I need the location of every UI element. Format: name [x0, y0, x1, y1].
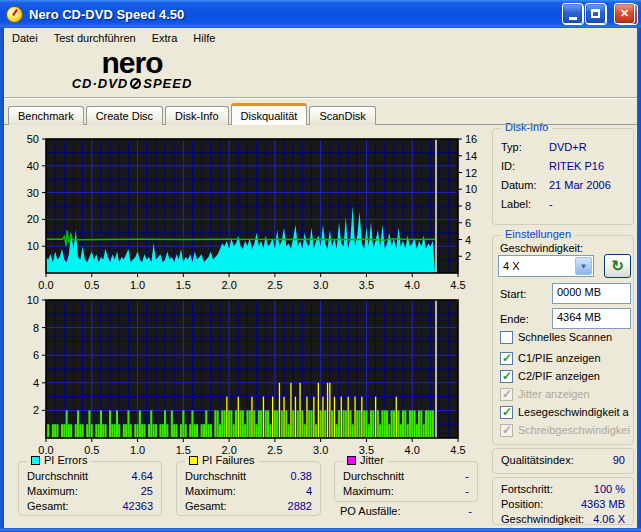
refresh-button[interactable]: ↻ — [604, 254, 631, 278]
speed-select[interactable]: 4 X ▼ — [498, 255, 594, 277]
app-window: Nero CD-DVD Speed 4.50 ✕ DateiTest durch… — [0, 0, 641, 532]
checkbox-jitter-anzeigen[interactable]: Jitter anzeigen — [500, 387, 632, 401]
svg-text:2.5: 2.5 — [267, 444, 282, 456]
svg-text:4: 4 — [465, 234, 471, 246]
svg-text:3.5: 3.5 — [359, 279, 374, 291]
svg-text:2: 2 — [33, 404, 39, 416]
header-separator — [4, 97, 637, 99]
svg-text:0.0: 0.0 — [38, 279, 53, 291]
stats-label: Durchschnitt — [27, 470, 88, 485]
stats-label: Gesamt: — [185, 500, 227, 515]
menu-bar: DateiTest durchführenExtraHilfe — [4, 28, 637, 48]
checkbox-box — [500, 424, 513, 437]
svg-text:12: 12 — [465, 167, 477, 179]
checkbox-label: C1/PIE anzeigen — [518, 352, 601, 364]
menu-item-extra[interactable]: Extra — [144, 30, 186, 46]
scan-end-input[interactable]: 4364 MB — [552, 308, 631, 329]
window-border-right — [637, 28, 641, 532]
chevron-down-icon[interactable]: ▼ — [575, 257, 592, 275]
legend-swatch-icon — [347, 456, 356, 465]
tab-scandisk[interactable]: ScanDisk — [309, 106, 375, 125]
disk-info-row: Datum:21 Mar 2006 — [501, 179, 625, 194]
checkbox-box[interactable] — [500, 406, 513, 419]
menu-item-datei[interactable]: Datei — [4, 30, 46, 46]
tab-diskqualit-t[interactable]: Diskqualität — [231, 103, 308, 125]
menu-item-hilfe[interactable]: Hilfe — [185, 30, 223, 46]
stats-label: Durchschnitt — [185, 470, 246, 485]
close-button[interactable]: ✕ — [614, 3, 635, 24]
logo-cddvd-text: CD·DVD — [72, 76, 129, 91]
progress-row: Position:4363 MB — [501, 498, 625, 513]
stats-row: Durchschnitt4.64 — [27, 470, 153, 485]
checkbox-box[interactable] — [500, 370, 513, 383]
svg-text:6: 6 — [33, 349, 39, 361]
checkbox-box[interactable] — [500, 331, 513, 344]
svg-text:1.5: 1.5 — [176, 444, 191, 456]
svg-text:2.5: 2.5 — [267, 279, 282, 291]
maximize-button[interactable] — [585, 3, 606, 24]
disk-info-row: ID:RITEK P16 — [501, 160, 625, 175]
close-icon: ✕ — [620, 7, 629, 20]
stats-row: Maximum:- — [343, 485, 469, 500]
stats-value: 25 — [141, 485, 153, 500]
checkbox-box[interactable] — [500, 352, 513, 365]
disk-info-box: Disk-Info Typ:DVD+RID:RITEK P16Datum:21 … — [492, 128, 634, 225]
svg-text:20: 20 — [27, 213, 39, 225]
svg-text:40: 40 — [27, 160, 39, 172]
scan-start-input[interactable]: 0000 MB — [552, 283, 631, 304]
minimize-icon — [569, 17, 577, 20]
checkbox-lesegeschwindigkeit-a[interactable]: Lesegeschwindigkeit a — [500, 405, 632, 419]
stats-value: 2882 — [288, 500, 312, 515]
po-failures-value: - — [468, 505, 472, 517]
disk-info-label: Datum: — [501, 179, 536, 194]
quality-index-box: Qualitätsindex: 90 — [492, 448, 634, 474]
progress-label: Fortschritt: — [501, 483, 553, 498]
disk-info-title: Disk-Info — [501, 121, 552, 133]
progress-row: Geschwindigkeit:4.06 X — [501, 513, 625, 528]
checkbox-c1-pie-anzeigen[interactable]: C1/PIE anzeigen — [500, 351, 632, 365]
stats-box-pi-errors: PI ErrorsDurchschnitt4.64Maximum:25Gesam… — [18, 461, 162, 516]
svg-text:0.0: 0.0 — [38, 444, 53, 456]
settings-title: Einstellungen — [501, 228, 575, 240]
svg-text:0.5: 0.5 — [84, 279, 99, 291]
progress-row: Fortschritt:100 % — [501, 483, 625, 498]
window-title: Nero CD-DVD Speed 4.50 — [29, 7, 561, 22]
stats-label: Gesamt: — [27, 500, 69, 515]
stats-row: Maximum:4 — [185, 485, 312, 500]
svg-text:4.5: 4.5 — [450, 279, 465, 291]
menu-item-test-durchf-hren[interactable]: Test durchführen — [46, 30, 144, 46]
stats-label: Maximum: — [27, 485, 78, 500]
speed-label: Geschwindigkeit: — [500, 242, 583, 254]
disk-info-label: ID: — [501, 160, 515, 175]
checkbox-schreibgeschwindigkei[interactable]: Schreibgeschwindigkei — [500, 423, 632, 437]
disk-info-value: RITEK P16 — [549, 160, 604, 172]
window-border-bottom — [0, 528, 641, 532]
title-bar[interactable]: Nero CD-DVD Speed 4.50 — [0, 0, 641, 28]
svg-text:10: 10 — [27, 240, 39, 252]
svg-text:8: 8 — [33, 322, 39, 334]
progress-value: 100 % — [594, 483, 625, 498]
pi-errors-chart: 10203040502468101214160.00.51.01.52.02.5… — [6, 130, 488, 291]
svg-text:2: 2 — [465, 250, 471, 262]
checkbox-label: Lesegeschwindigkeit a — [518, 406, 629, 418]
checkbox-c2-pif-anzeigen[interactable]: C2/PIF anzeigen — [500, 369, 632, 383]
svg-text:1.0: 1.0 — [130, 279, 145, 291]
stats-value: 0.38 — [291, 470, 312, 485]
svg-text:4.5: 4.5 — [450, 444, 465, 456]
minimize-button[interactable] — [562, 3, 583, 24]
tab-benchmark[interactable]: Benchmark — [8, 106, 84, 125]
stats-row: Maximum:25 — [27, 485, 153, 500]
disk-info-value: 21 Mar 2006 — [549, 179, 611, 191]
progress-value: 4363 MB — [581, 498, 625, 513]
tab-create-disc[interactable]: Create Disc — [86, 106, 163, 125]
pi-failures-chart: 2468100.00.51.01.52.02.53.03.54.04.5 — [6, 291, 488, 456]
checkbox-schnelles-scannen[interactable]: Schnelles Scannen — [500, 330, 632, 344]
stats-box-jitter: JitterDurchschnitt-Maximum:- — [334, 461, 478, 502]
stats-value: 4 — [306, 485, 312, 500]
tab-disk-info[interactable]: Disk-Info — [165, 106, 228, 125]
svg-text:2.0: 2.0 — [221, 444, 236, 456]
scan-end-label: Ende: — [500, 313, 529, 325]
svg-text:4: 4 — [33, 377, 39, 389]
progress-label: Position: — [501, 498, 543, 513]
svg-text:16: 16 — [465, 133, 477, 145]
